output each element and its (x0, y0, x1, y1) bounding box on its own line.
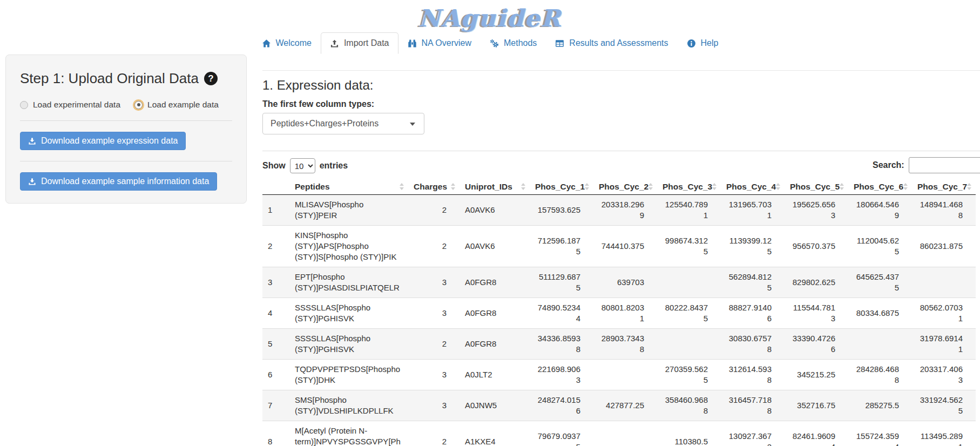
data-cell: 80562.07031 (912, 298, 976, 329)
app-header: NAguideR (0, 0, 980, 31)
radio-icon-selected[interactable] (134, 101, 143, 109)
gears-icon (490, 39, 499, 48)
data-cell: 148941.4688 (912, 195, 976, 226)
divider (20, 161, 232, 161)
info-icon (687, 39, 697, 48)
column-header-phos_cyc_1[interactable]: Phos_Cyc_1 (530, 179, 593, 195)
data-cell: A0FGR8 (459, 329, 530, 360)
sort-icon (712, 183, 717, 190)
button-label: Download example expression data (41, 136, 178, 146)
radio-icon[interactable] (20, 101, 28, 109)
data-cell: 125540.7891 (657, 195, 721, 226)
column-types-select[interactable]: Peptides+Charges+Proteins (262, 113, 424, 134)
data-cell: A0JNW5 (459, 390, 530, 421)
row-number-cell: 8 (262, 421, 289, 446)
data-cell: KINS[Phospho (STY)]APS[Phospho (STY)]S[P… (289, 226, 408, 267)
data-cell: A1KXE4 (459, 421, 530, 446)
data-cell: 157593.625 (530, 195, 593, 226)
data-cell: 562894.8125 (721, 267, 785, 298)
table-row[interactable]: 8M[Acetyl (Protein N-term)]NPVYSPGSSGVPY… (262, 421, 976, 446)
import-data-panel: 1. Expression data: The first few column… (262, 61, 980, 446)
data-cell: 31978.69141 (912, 329, 976, 360)
download-icon (28, 178, 36, 186)
data-cell: 998674.3125 (657, 226, 721, 267)
column-header-charges[interactable]: Charges (408, 179, 459, 195)
data-cell: 28903.73438 (593, 329, 657, 360)
tab-na-overview[interactable]: NA Overview (398, 32, 481, 54)
data-cell: A0AVK6 (459, 195, 530, 226)
show-label: Show (262, 161, 286, 171)
column-header-phos_cyc_4[interactable]: Phos_Cyc_4 (721, 179, 785, 195)
data-cell: 80222.84375 (657, 298, 721, 329)
data-cell: 270359.5625 (657, 360, 721, 390)
sort-icon (903, 183, 908, 190)
data-cell: 427877.25 (593, 390, 657, 421)
data-cell: 248274.0156 (530, 390, 593, 421)
page-length-control: Show 10 entries (262, 158, 348, 173)
data-cell: 2 (408, 226, 459, 267)
data-cell: M[Acetyl (Protein N-term)]NPVYSPGSSGVPY[… (289, 421, 408, 446)
table-row[interactable]: 5SSSSLLAS[Phospho (STY)]PGHISVK2A0FGR834… (262, 329, 976, 360)
radio-load-example-data[interactable]: Load example data (134, 100, 219, 110)
divider (262, 70, 980, 71)
sort-icon (840, 183, 844, 190)
upload-panel: Step 1: Upload Original Data ? Load expe… (5, 55, 247, 204)
datatable-controls: Show 10 entries Search: (262, 157, 980, 175)
tab-label: Help (701, 38, 719, 48)
data-cell: 2 (408, 329, 459, 360)
table-row[interactable]: 2KINS[Phospho (STY)]APS[Phospho (STY)]S[… (262, 226, 976, 267)
data-cell: 3 (408, 360, 459, 390)
sort-icon (648, 183, 653, 190)
download-expression-data-button[interactable]: Download example expression data (20, 132, 186, 150)
data-cell: 80334.6875 (848, 298, 912, 329)
data-cell: 113495.2891 (912, 421, 976, 446)
data-cell: 331924.5625 (912, 390, 976, 421)
column-header-phos_cyc_6[interactable]: Phos_Cyc_6 (848, 179, 912, 195)
data-cell: 82461.96094 (785, 421, 848, 446)
button-label: Download example sample information data (41, 177, 209, 186)
data-cell: 956570.375 (785, 226, 848, 267)
row-number-cell: 1 (262, 195, 289, 226)
divider (262, 151, 980, 151)
question-circle-icon[interactable]: ? (204, 72, 218, 85)
data-cell: 645625.4375 (848, 267, 912, 298)
tab-help[interactable]: Help (678, 32, 728, 54)
table-row[interactable]: 7SMS[Phospho (STY)]VDLSHIPLKDPLLFK3A0JNW… (262, 390, 976, 421)
column-header-rownum[interactable] (262, 179, 289, 195)
data-cell: 2 (408, 421, 459, 446)
table-row[interactable]: 4SSSSLLAS[Phospho (STY)]PGHISVK3A0FGR874… (262, 298, 976, 329)
table-row[interactable]: 1MLISAVS[Phospho (STY)]PEIR2A0AVK6157593… (262, 195, 976, 226)
page-length-select[interactable]: 10 (290, 158, 315, 173)
data-cell: 155724.3594 (848, 421, 912, 446)
column-header-phos_cyc_2[interactable]: Phos_Cyc_2 (593, 179, 657, 195)
column-header-phos_cyc_7[interactable]: Phos_Cyc_7 (912, 179, 976, 195)
column-header-phos_cyc_5[interactable]: Phos_Cyc_5 (785, 179, 848, 195)
column-header-peptides[interactable]: Peptides (289, 179, 408, 195)
data-cell: 3 (408, 267, 459, 298)
data-cell: SSSSLLAS[Phospho (STY)]PGHISVK (289, 298, 408, 329)
column-header-uniprot_ids[interactable]: Uniprot_IDs (459, 179, 530, 195)
data-cell: 316457.7188 (721, 390, 785, 421)
sort-icon (521, 183, 525, 190)
column-header-phos_cyc_3[interactable]: Phos_Cyc_3 (657, 179, 721, 195)
table-row[interactable]: 6TQDPVPPETPSDS[Phospho (STY)]DHK3A0JLT22… (262, 360, 976, 390)
data-cell: 639703 (593, 267, 657, 298)
table-row[interactable]: 3EPT[Phospho (STY)]PSIASDISLPIATQELR3A0F… (262, 267, 976, 298)
data-cell: 358460.9688 (657, 390, 721, 421)
data-cell: 860231.875 (912, 226, 976, 267)
tab-methods[interactable]: Methods (481, 32, 546, 54)
section-title: 1. Expression data: (262, 78, 980, 93)
data-cell (848, 329, 912, 360)
tab-label: NA Overview (422, 38, 471, 48)
download-sample-information-button[interactable]: Download example sample information data (20, 172, 217, 191)
data-cell: 131965.7031 (721, 195, 785, 226)
tab-import-data[interactable]: Import Data (321, 32, 398, 54)
tab-welcome[interactable]: Welcome (253, 32, 321, 54)
download-icon (28, 137, 36, 145)
tab-label: Methods (504, 38, 537, 48)
radio-load-experimental-data[interactable]: Load experimental data (20, 100, 120, 110)
data-cell: 130927.3672 (721, 421, 785, 446)
data-cell: 511129.6875 (530, 267, 593, 298)
tab-results-and-assessments[interactable]: Results and Assessments (546, 32, 677, 54)
search-input[interactable] (909, 157, 980, 173)
